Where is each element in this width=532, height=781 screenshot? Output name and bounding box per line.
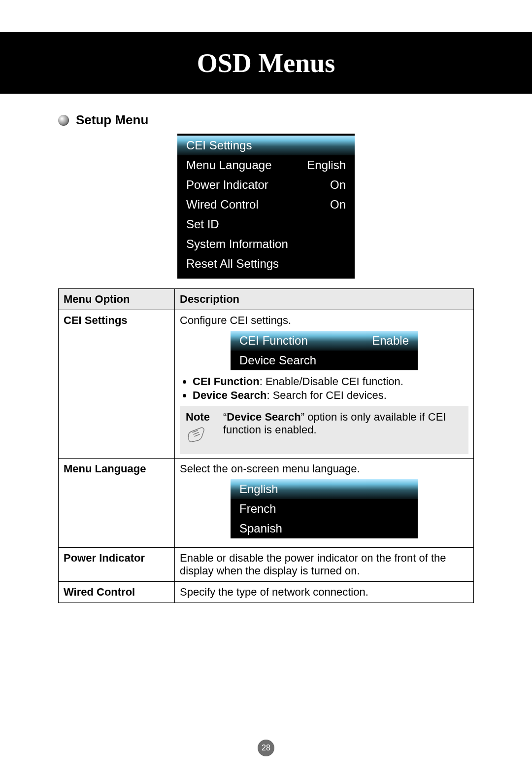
page-header: OSD Menus [0,32,532,94]
osd-label: English [239,482,278,496]
bullet-text: : Enable/Disable CEI function. [260,375,403,388]
hand-pointer-icon [186,426,207,444]
note-bold: Device Search [227,411,300,423]
description-table: Menu Option Description CEI Settings Con… [58,288,474,603]
description-cell: Specify the type of network connection. [175,582,474,603]
osd-label: Power Indicator [186,178,268,192]
note-box: Note “Device Search” option is only avai… [180,406,468,454]
desc-intro: Select the on-screen menu language. [180,462,468,475]
description-cell: Enable or disable the power indicator on… [175,548,474,582]
osd-label: French [239,502,276,516]
table-header-description: Description [175,289,474,310]
table-row: Power Indicator Enable or disable the po… [59,548,474,582]
option-cell: Power Indicator [59,548,175,582]
bullet-bold: CEI Function [193,375,260,388]
osd-value: English [307,158,346,172]
section-title: Setup Menu [76,112,148,128]
osd-row: CEI Function Enable [231,331,418,351]
osd-label: Wired Control [186,198,259,212]
description-cell: Select the on-screen menu language. Engl… [175,459,474,548]
osd-value: On [330,178,346,192]
osd-row: Set ID [177,214,355,234]
list-item: Device Search: Search for CEI devices. [193,389,468,402]
cei-submenu-osd: CEI Function Enable Device Search [231,331,418,370]
osd-label: Spanish [239,522,282,535]
note-text: “Device Search” option is only available… [223,411,463,436]
osd-row: Reset All Settings [177,254,355,274]
language-submenu-osd: English French Spanish [231,479,418,538]
table-row: Wired Control Specify the type of networ… [59,582,474,603]
page-number: 28 [258,740,274,756]
option-cell: Wired Control [59,582,175,603]
bullet-bold: Device Search [193,389,266,401]
osd-row: French [231,499,418,519]
table-header-option: Menu Option [59,289,175,310]
option-cell: Menu Language [59,459,175,548]
osd-label: CEI Settings [186,139,252,152]
page-title: OSD Menus [197,48,335,78]
osd-label: System Information [186,237,288,251]
setup-menu-osd: CEI Settings Menu Language English Power… [177,134,355,279]
osd-label: Menu Language [186,158,271,172]
osd-row: Spanish [231,519,418,538]
table-row: Menu Language Select the on-screen menu … [59,459,474,548]
osd-label: Reset All Settings [186,257,279,271]
osd-row: Device Search [231,351,418,370]
osd-row: Power Indicator On [177,175,355,195]
bullet-list: CEI Function: Enable/Disable CEI functio… [180,375,468,402]
osd-label: CEI Function [239,334,308,348]
note-label: Note [186,411,214,424]
osd-row: Menu Language English [177,155,355,175]
bullet-circle-icon [58,115,69,126]
list-item: CEI Function: Enable/Disable CEI functio… [193,375,468,388]
bullet-text: : Search for CEI devices. [266,389,386,401]
osd-row: CEI Settings [177,136,355,155]
table-header-row: Menu Option Description [59,289,474,310]
osd-value: On [330,198,346,212]
option-cell: CEI Settings [59,310,175,459]
osd-label: Device Search [239,354,316,367]
note-left: Note [186,411,214,447]
table-row: CEI Settings Configure CEI settings. CEI… [59,310,474,459]
description-cell: Configure CEI settings. CEI Function Ena… [175,310,474,459]
osd-row: English [231,479,418,499]
page-content: Setup Menu CEI Settings Menu Language En… [0,94,532,603]
osd-row: Wired Control On [177,195,355,214]
desc-intro: Configure CEI settings. [180,314,468,327]
section-heading-row: Setup Menu [58,112,474,128]
osd-value: Enable [372,334,409,348]
osd-row: System Information [177,234,355,254]
osd-label: Set ID [186,217,219,231]
